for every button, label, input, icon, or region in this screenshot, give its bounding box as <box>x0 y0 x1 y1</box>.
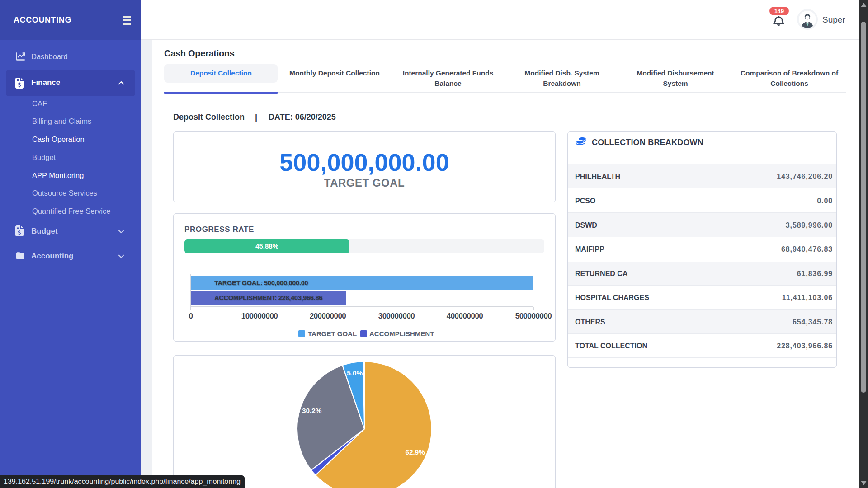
svg-text:5.0%: 5.0% <box>347 369 363 377</box>
svg-text:30.2%: 30.2% <box>302 407 322 414</box>
svg-text:62.9%: 62.9% <box>406 448 425 456</box>
